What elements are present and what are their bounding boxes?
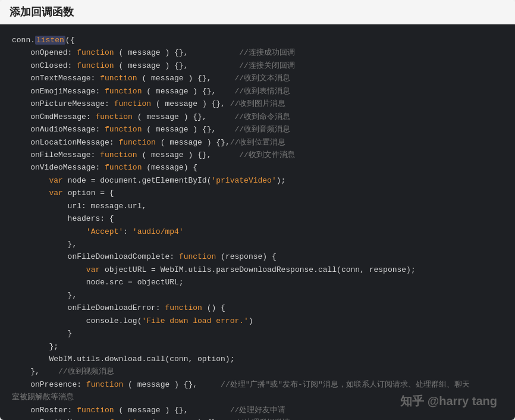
content-area: conn.listen({ onOpened: function ( messa… — [0, 24, 515, 420]
code-line-20: node.src = objectURL; — [12, 276, 503, 289]
code-line-9: onLocationMessage: function ( message ) … — [12, 136, 503, 149]
code-line-16: 'Accept': 'audio/mp4' — [12, 225, 503, 238]
code-line-2: onOpened: function ( message ) {}, //连接成… — [12, 46, 503, 59]
code-line-28: onPresence: function ( message ) {}, //处… — [12, 378, 503, 391]
code-line-26: WebIM.utils.download.call(conn, option); — [12, 353, 503, 365]
code-line-11: onVideoMessage: function (message) { — [12, 161, 503, 174]
code-line-17: }, — [12, 238, 503, 250]
code-line-10: onFileMessage: function ( message ) {}, … — [12, 149, 503, 161]
watermark: 知乎 @harry tang — [400, 393, 497, 409]
code-line-6: onPictureMessage: function ( message ) {… — [12, 98, 503, 110]
highlight-listen: listen — [35, 36, 65, 45]
code-line-13: var option = { — [12, 187, 503, 199]
code-line-12: var node = document.getElementById('priv… — [12, 174, 503, 187]
code-line-1: conn.listen({ — [12, 34, 503, 46]
window-title: 添加回调函数 — [10, 5, 74, 19]
code-line-7: onCmdMessage: function ( message ) {}, /… — [12, 111, 503, 123]
code-line-4: onTextMessage: function ( message ) {}, … — [12, 72, 503, 84]
code-line-23: console.log('File down load error.') — [12, 315, 503, 327]
code-block: conn.listen({ onOpened: function ( messa… — [0, 24, 515, 420]
code-line-19: var objectURL = WebIM.utils.parseDownloa… — [12, 264, 503, 276]
code-line-18: onFileDownloadComplete: function (respon… — [12, 250, 503, 263]
code-line-3: onClosed: function ( message ) {}, //连接关… — [12, 59, 503, 72]
code-line-8: onAudioMessage: function ( message ) {},… — [12, 123, 503, 136]
main-window: 添加回调函数 conn.listen({ onOpened: function … — [0, 0, 515, 420]
code-line-31: onInviteMessage: function ( message ) {}… — [12, 416, 503, 420]
code-line-15: headers: { — [12, 212, 503, 225]
code-line-21: }, — [12, 289, 503, 302]
title-bar: 添加回调函数 — [0, 0, 515, 24]
code-line-24: } — [12, 327, 503, 340]
code-line-27: }, //收到视频消息 — [12, 365, 503, 378]
code-line-5: onEmojiMessage: function ( message ) {},… — [12, 85, 503, 98]
code-line-25: }; — [12, 340, 503, 353]
code-line-22: onFileDownloadError: function () { — [12, 302, 503, 314]
code-line-14: url: message.url, — [12, 200, 503, 212]
